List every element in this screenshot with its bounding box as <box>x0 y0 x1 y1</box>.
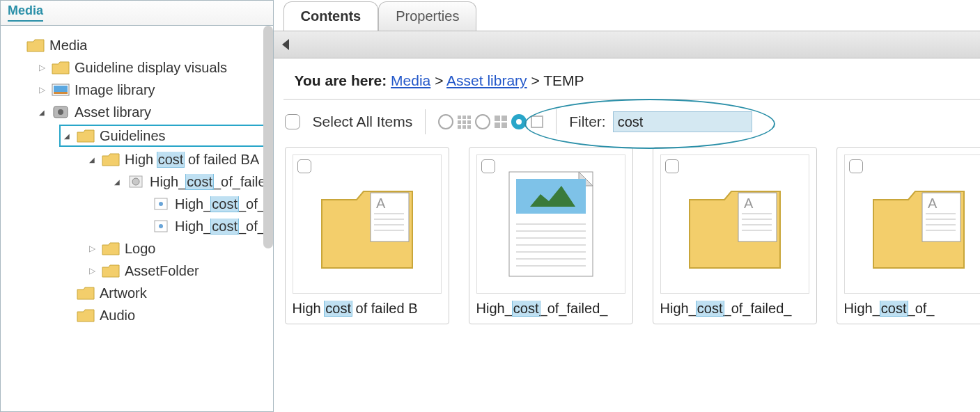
sidebar-tab-label: Media <box>8 3 43 22</box>
tree-node-high-cost-ba[interactable]: High cost of failed BA <box>84 150 269 169</box>
breadcrumb: You are here: Media > Asset library > TE… <box>283 58 980 100</box>
tree-node-guidelines[interactable]: Guidelines <box>59 125 269 147</box>
card-checkbox[interactable] <box>849 159 863 173</box>
folder-doc-icon: A <box>315 172 419 276</box>
tree-node-audio[interactable]: Audio <box>59 306 269 325</box>
folder-icon <box>76 307 95 324</box>
tree-label: Image library <box>75 82 155 98</box>
breadcrumb-prefix: You are here: <box>295 72 391 88</box>
card-checkbox[interactable] <box>665 159 679 173</box>
svg-text:A: A <box>744 196 754 211</box>
expand-icon[interactable] <box>87 244 97 253</box>
separator <box>425 109 426 134</box>
view-small-grid-radio[interactable] <box>438 114 453 129</box>
tree-node-assetfolder[interactable]: AssetFolder <box>84 261 269 280</box>
svg-rect-18 <box>516 179 586 214</box>
view-large-grid-radio[interactable] <box>475 114 490 129</box>
globe-icon <box>126 173 146 190</box>
tree-label: High_cost_of_ <box>175 196 265 212</box>
thumbnail: A <box>293 154 442 294</box>
sidebar-scrollbar[interactable] <box>263 26 273 248</box>
tree-label: Logo <box>125 241 156 257</box>
view-controls <box>438 114 543 129</box>
tree-node-logo[interactable]: Logo <box>84 239 269 258</box>
expand-icon[interactable] <box>37 85 47 95</box>
svg-point-6 <box>132 178 139 185</box>
collapse-icon[interactable] <box>62 131 72 141</box>
thumbnail: A <box>660 154 809 294</box>
tree-label: Guidelines <box>100 128 166 144</box>
svg-text:A: A <box>928 196 938 211</box>
file-icon <box>151 196 171 212</box>
small-grid-icon <box>458 116 471 129</box>
tree-node-high-cost-faile[interactable]: High_cost_of_faile <box>109 172 269 191</box>
thumbnail <box>476 154 625 294</box>
card-caption: High_cost_of_failed_ <box>660 301 809 317</box>
select-all-checkbox[interactable] <box>285 114 300 129</box>
folder-doc-icon: A <box>866 172 971 276</box>
tree-node-high-cost-of-1[interactable]: High_cost_of_ <box>134 194 269 214</box>
sub-toolbar <box>274 31 980 58</box>
breadcrumb-sep: > <box>531 72 543 88</box>
svg-point-4 <box>58 109 63 115</box>
collapse-icon[interactable] <box>37 107 47 117</box>
tree-label: Guideline display visuals <box>75 60 227 76</box>
svg-text:A: A <box>376 196 386 211</box>
folder-icon <box>101 262 120 279</box>
asset-card[interactable]: High_cost_of_failed_ <box>469 147 633 324</box>
tree-node-asset-library[interactable]: Asset library <box>34 102 269 122</box>
tree-label: Asset library <box>75 104 151 120</box>
tree-node-image-library[interactable]: Image library <box>34 80 269 100</box>
tab-contents[interactable]: Contents <box>283 1 379 31</box>
view-selected-radio[interactable] <box>511 114 527 129</box>
sidebar-tab-media[interactable]: Media <box>1 1 273 26</box>
filter-group: Filter: <box>569 111 752 132</box>
expand-icon[interactable] <box>37 63 47 72</box>
folder-icon <box>51 59 70 76</box>
back-icon[interactable] <box>282 39 289 50</box>
card-caption: High_cost_of_failed_ <box>476 301 625 317</box>
tree-node-guideline-visuals[interactable]: Guideline display visuals <box>34 58 269 77</box>
main-panel: Contents Properties You are here: Media … <box>274 0 980 412</box>
tree-node-high-cost-of-2[interactable]: High_cost_of_ <box>134 216 269 236</box>
image-library-icon <box>51 81 70 98</box>
collapse-icon[interactable] <box>87 154 97 164</box>
folder-icon <box>101 240 120 257</box>
sidebar: Media Media Guideline display visuals <box>0 0 274 412</box>
folder-tree: Media Guideline display visuals Image li… <box>1 26 273 335</box>
breadcrumb-sep: > <box>435 72 446 88</box>
asset-library-icon <box>51 104 70 120</box>
tree-label: Artwork <box>100 285 147 301</box>
card-caption: High cost of failed B <box>293 301 442 317</box>
tree-node-media[interactable]: Media <box>9 35 269 55</box>
breadcrumb-asset-library[interactable]: Asset library <box>446 72 527 88</box>
card-checkbox[interactable] <box>297 159 311 173</box>
content-toolbar: Select All Items Filter: <box>274 100 980 144</box>
svg-rect-2 <box>54 92 68 94</box>
tree-node-artwork[interactable]: Artwork <box>59 283 269 303</box>
image-doc-icon <box>506 168 596 280</box>
single-view-icon <box>531 116 543 128</box>
folder-icon <box>101 151 120 168</box>
svg-rect-1 <box>54 86 68 92</box>
item-grid: A High cost of failed B High_cost_of_fai… <box>274 144 980 327</box>
thumbnail: A <box>844 154 980 294</box>
card-caption: High_cost_of_ <box>844 301 980 317</box>
filter-label: Filter: <box>569 113 606 130</box>
folder-icon <box>76 127 95 144</box>
asset-card[interactable]: A High_cost_of_ <box>837 147 980 324</box>
asset-card[interactable]: A High_cost_of_failed_ <box>653 147 817 324</box>
folder-doc-icon: A <box>683 172 787 276</box>
asset-card[interactable]: A High cost of failed B <box>285 147 449 324</box>
breadcrumb-current: TEMP <box>543 72 584 88</box>
svg-point-10 <box>159 224 163 228</box>
separator <box>556 109 557 134</box>
card-checkbox[interactable] <box>481 159 495 173</box>
collapse-icon[interactable] <box>112 177 122 187</box>
expand-icon[interactable] <box>87 266 97 276</box>
tree-label: Media <box>49 38 87 54</box>
tab-properties[interactable]: Properties <box>378 1 476 31</box>
tree-label: Audio <box>100 308 135 324</box>
filter-input[interactable] <box>613 111 752 132</box>
breadcrumb-media[interactable]: Media <box>391 72 430 88</box>
